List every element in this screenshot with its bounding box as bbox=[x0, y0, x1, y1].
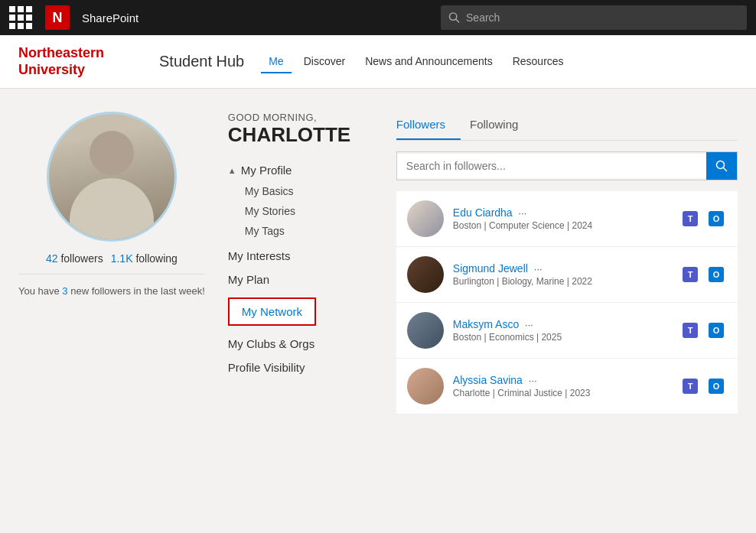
search-icon bbox=[715, 160, 728, 172]
stats-divider bbox=[18, 274, 205, 275]
follower-avatar bbox=[407, 368, 444, 405]
new-followers-label: new followers bbox=[70, 285, 131, 297]
follower-details: Boston | Economics | 2025 bbox=[453, 332, 670, 343]
teams-icon[interactable]: T bbox=[679, 264, 701, 285]
following-count[interactable]: 1.1K bbox=[111, 252, 133, 265]
profile-visibility-item[interactable]: Profile Visibility bbox=[228, 356, 389, 379]
new-followers-count[interactable]: 3 bbox=[62, 285, 67, 297]
followers-list: Edu Ciardha ··· Boston | Computer Scienc… bbox=[396, 191, 738, 414]
hub-title: Student Hub bbox=[159, 53, 244, 70]
list-item: Sigmund Jewell ··· Burlington | Biology,… bbox=[396, 247, 738, 303]
svg-text:O: O bbox=[713, 326, 720, 335]
my-basics-item[interactable]: My Basics bbox=[228, 181, 389, 201]
main-nav: Student Hub Me Discover News and Announc… bbox=[159, 50, 738, 73]
follower-name[interactable]: Alyssia Savina ··· bbox=[453, 374, 670, 386]
search-icon bbox=[448, 11, 460, 24]
svg-text:O: O bbox=[713, 214, 720, 223]
follower-more-icon[interactable]: ··· bbox=[525, 319, 533, 330]
follower-avatar bbox=[407, 312, 444, 349]
left-panel: 42 followers 1.1K following You have 3 n… bbox=[18, 112, 220, 414]
svg-text:T: T bbox=[688, 382, 693, 391]
nav-me[interactable]: Me bbox=[261, 50, 291, 73]
main-content: 42 followers 1.1K following You have 3 n… bbox=[0, 89, 756, 437]
svg-text:T: T bbox=[688, 270, 693, 279]
follower-avatar bbox=[407, 256, 444, 293]
follower-name[interactable]: Sigmund Jewell ··· bbox=[453, 262, 670, 275]
university-logo: Northeastern University bbox=[18, 45, 141, 78]
followers-count[interactable]: 42 bbox=[46, 252, 58, 265]
my-profile-header[interactable]: ▲ My Profile bbox=[228, 159, 389, 181]
svg-text:T: T bbox=[688, 214, 693, 223]
follower-info: Sigmund Jewell ··· Burlington | Biology,… bbox=[453, 262, 670, 287]
teams-icon[interactable]: T bbox=[679, 208, 701, 229]
new-followers-notice: You have 3 new followers in the last wee… bbox=[18, 284, 205, 299]
my-tags-item[interactable]: My Tags bbox=[228, 221, 389, 241]
svg-line-3 bbox=[724, 168, 727, 171]
my-clubs-item[interactable]: My Clubs & Orgs bbox=[228, 332, 389, 356]
follower-name[interactable]: Edu Ciardha ··· bbox=[453, 206, 670, 219]
outlook-icon[interactable]: O bbox=[705, 208, 727, 229]
middle-panel: GOOD MORNING, CHARLOTTE ▲ My Profile My … bbox=[220, 112, 396, 414]
follower-info: Maksym Asco ··· Boston | Economics | 202… bbox=[453, 318, 670, 343]
following-label: following bbox=[135, 252, 177, 265]
follower-actions: T O bbox=[679, 264, 727, 285]
my-plan-item[interactable]: My Plan bbox=[228, 268, 389, 291]
outlook-icon[interactable]: O bbox=[705, 320, 727, 341]
my-interests-item[interactable]: My Interests bbox=[228, 244, 389, 268]
follower-avatar bbox=[407, 200, 444, 237]
svg-line-1 bbox=[456, 19, 459, 22]
nav-resources[interactable]: Resources bbox=[505, 50, 572, 73]
greeting-name: CHARLOTTE bbox=[228, 123, 389, 147]
my-profile-section: ▲ My Profile My Basics My Stories My Tag… bbox=[228, 159, 389, 241]
outlook-icon[interactable]: O bbox=[705, 264, 727, 285]
topbar: N SharePoint bbox=[0, 0, 756, 35]
avatar bbox=[47, 112, 177, 242]
app-name: SharePoint bbox=[82, 11, 433, 24]
follower-info: Alyssia Savina ··· Charlotte | Criminal … bbox=[453, 374, 670, 398]
nav-discover[interactable]: Discover bbox=[296, 50, 353, 73]
tab-following[interactable]: Following bbox=[470, 112, 533, 140]
my-network-item[interactable]: My Network bbox=[228, 297, 316, 326]
nav-news[interactable]: News and Announcements bbox=[357, 50, 500, 73]
followers-tabs: Followers Following bbox=[396, 112, 738, 141]
follower-info: Edu Ciardha ··· Boston | Computer Scienc… bbox=[453, 206, 670, 231]
followers-search-bar[interactable] bbox=[396, 151, 738, 180]
apps-grid-icon[interactable] bbox=[9, 6, 33, 30]
chevron-up-icon: ▲ bbox=[228, 166, 236, 175]
my-stories-item[interactable]: My Stories bbox=[228, 201, 389, 221]
follower-details: Charlotte | Criminal Justice | 2023 bbox=[453, 388, 670, 398]
follower-more-icon[interactable]: ··· bbox=[519, 207, 527, 219]
svg-text:O: O bbox=[713, 270, 720, 279]
follower-more-icon[interactable]: ··· bbox=[534, 263, 543, 275]
follower-actions: T O bbox=[679, 375, 727, 397]
follower-details: Burlington | Biology, Marine | 2022 bbox=[453, 276, 670, 287]
svg-text:O: O bbox=[713, 382, 720, 391]
followers-label: followers bbox=[60, 252, 103, 265]
global-search-bar[interactable] bbox=[441, 5, 747, 30]
right-panel: Followers Following Edu Ciardha ··· Bost… bbox=[396, 112, 738, 414]
followers-search-input[interactable] bbox=[397, 154, 706, 178]
list-item: Alyssia Savina ··· Charlotte | Criminal … bbox=[396, 359, 738, 414]
greeting-text: GOOD MORNING, bbox=[228, 112, 389, 123]
outlook-icon[interactable]: O bbox=[705, 375, 727, 397]
tab-followers[interactable]: Followers bbox=[396, 112, 461, 140]
teams-icon[interactable]: T bbox=[679, 375, 701, 397]
follower-details: Boston | Computer Science | 2024 bbox=[453, 220, 670, 231]
my-profile-label: My Profile bbox=[241, 164, 292, 177]
follower-actions: T O bbox=[679, 320, 727, 341]
teams-icon[interactable]: T bbox=[679, 320, 701, 341]
my-network-wrapper: My Network bbox=[228, 294, 389, 329]
avatar-image bbox=[49, 114, 174, 239]
follower-name[interactable]: Maksym Asco ··· bbox=[453, 318, 670, 330]
list-item: Maksym Asco ··· Boston | Economics | 202… bbox=[396, 303, 738, 359]
follower-actions: T O bbox=[679, 208, 727, 229]
svg-text:T: T bbox=[688, 326, 693, 335]
followers-search-button[interactable] bbox=[706, 152, 737, 180]
follower-more-icon[interactable]: ··· bbox=[529, 375, 537, 386]
profile-stats: 42 followers 1.1K following bbox=[46, 252, 178, 265]
search-input[interactable] bbox=[466, 11, 739, 24]
new-followers-suffix: in the last week! bbox=[134, 285, 205, 297]
site-header: Northeastern University Student Hub Me D… bbox=[0, 35, 756, 89]
list-item: Edu Ciardha ··· Boston | Computer Scienc… bbox=[396, 191, 738, 247]
app-logo: N bbox=[45, 5, 70, 30]
